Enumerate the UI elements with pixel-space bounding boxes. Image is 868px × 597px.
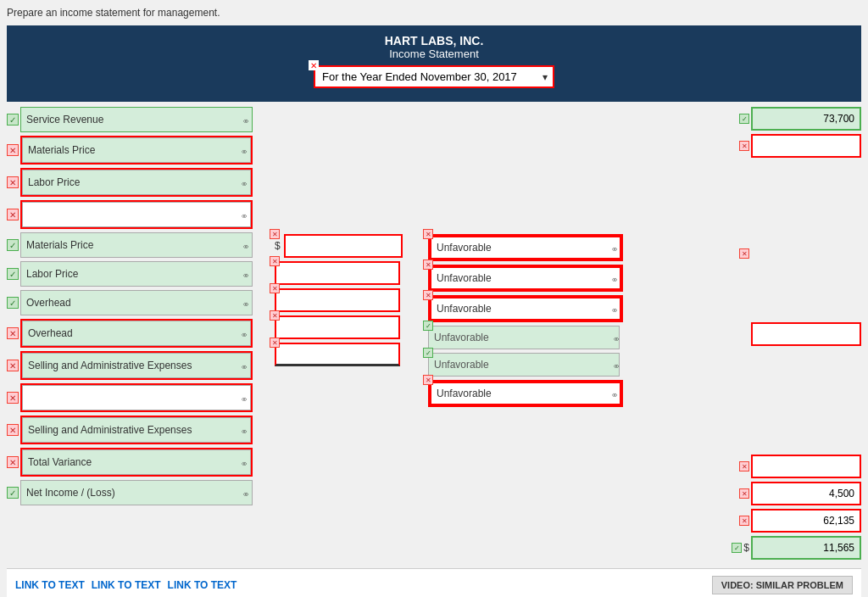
right-input1[interactable]	[751, 107, 861, 131]
select-unfavorable1[interactable]: Unfavorable	[430, 236, 621, 259]
select-materials-price[interactable]: Materials Price	[22, 137, 251, 163]
header-box: HART LABS, INC. Income Statement For the…	[7, 25, 861, 102]
mid-input5[interactable]	[275, 343, 400, 366]
select-wrapper-overhead2: Overhead ⬦	[20, 319, 253, 348]
dollar-sign1: $	[275, 240, 281, 252]
check-net-income: ✓	[7, 487, 19, 499]
select-materials-price2[interactable]: Materials Price	[20, 232, 253, 258]
row-materials-price: ✕ Materials Price ⬦	[7, 136, 270, 165]
select-unfavorable4[interactable]: Unfavorable	[428, 326, 620, 349]
right-row4: ✕	[739, 455, 861, 478]
link-to-text-3[interactable]: LINK TO TEXT	[168, 579, 237, 591]
right-row3: ✕	[739, 161, 861, 346]
mid-row1: ✕ $	[275, 234, 423, 258]
xmark-mid2: ✕	[270, 256, 280, 266]
check-labor-price2: ✓	[7, 268, 19, 280]
select-wrapper-unf2: Unfavorable ⬦	[428, 265, 623, 292]
check-overhead2: ✕	[7, 327, 19, 339]
select-wrapper-unf1: Unfavorable ⬦	[428, 234, 623, 261]
check-selling-admin2: ✕	[7, 424, 19, 436]
row-empty2: ✕ ⬦	[7, 383, 270, 412]
xmark-r3: ✕	[739, 248, 749, 259]
mid-row4: ✕	[275, 315, 423, 339]
right-row2: ✕	[739, 134, 861, 158]
xmark-mid5: ✕	[270, 338, 280, 348]
select-wrapper-selling-admin2: Selling and Administrative Expenses ⬦	[20, 416, 253, 444]
select-net-income[interactable]: Net Income / (Loss)	[20, 480, 253, 505]
mid2-column: ✕ Unfavorable ⬦ ✕ Unfavorable ⬦	[428, 107, 636, 407]
select-wrapper-service-revenue: Service Revenue ⬦	[20, 107, 253, 132]
check-overhead: ✓	[7, 297, 19, 309]
xmark-unf3: ✕	[423, 290, 433, 300]
select-wrapper-total-variance: Total Variance ⬦	[20, 448, 253, 477]
right-column: ✓ ✕ ✕ ✕ ✕	[641, 107, 861, 560]
select-selling-admin[interactable]: Selling and Administrative Expenses	[22, 353, 251, 378]
select-wrapper-net-income: Net Income / (Loss) ⬦	[20, 480, 253, 505]
select-unfavorable3[interactable]: Unfavorable	[430, 297, 621, 321]
right-input7[interactable]	[751, 536, 861, 560]
right-row7: ✓ $	[732, 536, 861, 560]
date-row: For the Year Ended November 30, 2017 ▾	[15, 65, 853, 88]
xmark-mid3: ✕	[270, 283, 280, 293]
check-materials-price2: ✓	[7, 239, 19, 251]
company-name: HART LABS, INC.	[15, 34, 853, 47]
xmark-unf6: ✕	[423, 375, 433, 385]
link-to-text-1[interactable]: LINK TO TEXT	[15, 579, 85, 591]
row-overhead2: ✕ Overhead ⬦	[7, 319, 270, 348]
row-selling-admin2: ✕ Selling and Administrative Expenses ⬦	[7, 416, 270, 444]
instructions: Prepare an income statement for manageme…	[7, 7, 861, 19]
mid-input1[interactable]	[284, 234, 403, 258]
check-service-revenue: ✓	[7, 114, 19, 126]
select-selling-admin2[interactable]: Selling and Administrative Expenses	[22, 417, 251, 443]
select-wrapper-overhead: Overhead ⬦	[20, 290, 253, 315]
xmark-unf1: ✕	[423, 229, 433, 239]
check-selling-admin: ✕	[7, 360, 19, 371]
select-empty2[interactable]	[22, 385, 251, 410]
check-labor-price: ✕	[7, 176, 19, 188]
link-to-text-2[interactable]: LINK TO TEXT	[92, 579, 161, 591]
date-select[interactable]: For the Year Ended November 30, 2017	[315, 67, 553, 86]
right-input6[interactable]	[751, 509, 861, 533]
mid2-row6: ✕ Unfavorable ⬦	[428, 380, 636, 407]
page: Prepare an income statement for manageme…	[0, 0, 868, 597]
xmark-unf2: ✕	[423, 259, 433, 270]
mid-row2: ✕	[275, 261, 423, 285]
select-labor-price[interactable]: Labor Price	[22, 170, 251, 195]
select-unfavorable2[interactable]: Unfavorable	[430, 266, 621, 290]
left-column: ✓ Service Revenue ⬦ ✕ Materials Price ⬦	[7, 107, 270, 509]
select-unfavorable5[interactable]: Unfavorable	[428, 353, 620, 377]
check-empty2: ✕	[7, 392, 19, 404]
statement-name: Income Statement	[15, 47, 853, 60]
mid-row3: ✕	[275, 288, 423, 312]
select-empty1[interactable]	[22, 202, 251, 227]
select-labor-price2[interactable]: Labor Price	[20, 261, 253, 287]
select-total-variance[interactable]: Total Variance	[22, 449, 251, 475]
link-buttons: LINK TO TEXT LINK TO TEXT LINK TO TEXT	[15, 579, 236, 591]
mid2-row4: ✓ Unfavorable ⬦	[428, 326, 636, 349]
mid2-row5: ✓ Unfavorable ⬦	[428, 353, 636, 377]
select-wrapper-unf3: Unfavorable ⬦	[428, 295, 623, 322]
right-row6: ✕	[739, 509, 861, 533]
mid-input2[interactable]	[275, 261, 400, 285]
right-input2[interactable]	[751, 134, 861, 158]
right-row5: ✕	[739, 482, 861, 505]
right-input3[interactable]	[751, 322, 861, 346]
row-selling-admin: ✕ Selling and Administrative Expenses ⬦	[7, 351, 270, 380]
row-net-income: ✓ Net Income / (Loss) ⬦	[7, 480, 270, 505]
date-select-wrapper: For the Year Ended November 30, 2017 ▾	[314, 65, 554, 88]
xmark-mid4: ✕	[270, 310, 280, 321]
video-similar-problem-button[interactable]: VIDEO: SIMILAR PROBLEM	[712, 576, 853, 594]
mid-input4[interactable]	[275, 315, 400, 339]
bottom-bar: LINK TO TEXT LINK TO TEXT LINK TO TEXT V…	[7, 568, 861, 597]
select-unfavorable6[interactable]: Unfavorable	[430, 382, 621, 405]
mid-input3[interactable]	[275, 288, 400, 312]
right-input5[interactable]	[751, 482, 861, 505]
select-overhead[interactable]: Overhead	[20, 290, 253, 315]
select-service-revenue[interactable]: Service Revenue	[20, 107, 253, 132]
row-service-revenue: ✓ Service Revenue ⬦	[7, 107, 270, 132]
select-overhead2[interactable]: Overhead	[22, 321, 251, 346]
xmark-r5: ✕	[739, 488, 749, 499]
xmark-r2: ✕	[739, 141, 749, 151]
right-input4[interactable]	[751, 455, 861, 478]
checkmark-unf4: ✓	[423, 321, 433, 331]
